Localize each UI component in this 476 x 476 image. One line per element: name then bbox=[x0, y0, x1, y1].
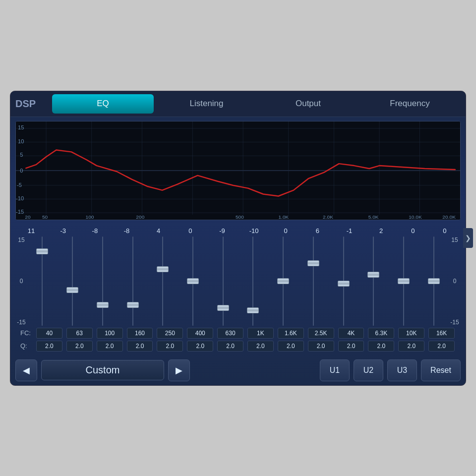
fc-cell-6[interactable]: 400 bbox=[187, 328, 213, 339]
fc-cell-14[interactable]: 16K bbox=[428, 328, 455, 339]
fc-row: FC: 40631001602504006301K1.6K2.5K4K6.3K1… bbox=[20, 328, 456, 339]
fader-value-4: -8 bbox=[111, 227, 142, 235]
fader-value-2: -3 bbox=[47, 227, 79, 235]
fader-thumb-8[interactable] bbox=[247, 307, 259, 313]
fc-cell-7[interactable]: 630 bbox=[217, 328, 243, 339]
fader-channel-11 bbox=[328, 237, 358, 326]
svg-text:15: 15 bbox=[18, 124, 24, 130]
tab-output[interactable]: Output bbox=[257, 91, 359, 117]
fader-thumb-1[interactable] bbox=[36, 248, 48, 254]
fader-value-7: -9 bbox=[206, 227, 238, 235]
fc-cell-3[interactable]: 100 bbox=[97, 328, 123, 339]
fader-thumb-9[interactable] bbox=[277, 278, 289, 284]
fader-value-1: 11 bbox=[15, 227, 47, 235]
fader-channel-8 bbox=[238, 237, 268, 326]
fader-value-6: 0 bbox=[175, 227, 206, 235]
q-cell-10[interactable]: 2.0 bbox=[308, 341, 334, 352]
q-cell-13[interactable]: 2.0 bbox=[398, 341, 424, 352]
scale-top-left: 15 bbox=[16, 237, 26, 243]
fc-cell-9[interactable]: 1.6K bbox=[278, 328, 304, 339]
fader-thumb-7[interactable] bbox=[217, 305, 229, 311]
fc-cell-13[interactable]: 10K bbox=[398, 328, 424, 339]
fader-value-12: 2 bbox=[365, 227, 397, 235]
q-cell-6[interactable]: 2.0 bbox=[187, 341, 213, 352]
svg-text:1.0K: 1.0K bbox=[278, 214, 289, 220]
dsp-wrapper: DSP EQ Listening Output Frequency bbox=[10, 91, 466, 386]
q-cell-7[interactable]: 2.0 bbox=[217, 341, 243, 352]
fader-thumb-5[interactable] bbox=[157, 266, 169, 272]
fader-thumb-14[interactable] bbox=[428, 278, 440, 284]
tab-listening[interactable]: Listening bbox=[156, 91, 257, 117]
fader-thumb-3[interactable] bbox=[97, 302, 109, 308]
fader-track-7[interactable] bbox=[223, 237, 224, 326]
u1-button[interactable]: U1 bbox=[320, 359, 350, 381]
fc-cell-10[interactable]: 2.5K bbox=[308, 328, 334, 339]
fader-track-9[interactable] bbox=[283, 237, 284, 326]
fader-track-1[interactable] bbox=[42, 237, 43, 326]
fc-cell-11[interactable]: 4K bbox=[338, 328, 364, 339]
q-cell-1[interactable]: 2.0 bbox=[36, 341, 62, 352]
fader-thumb-4[interactable] bbox=[127, 302, 139, 308]
tab-bar: DSP EQ Listening Output Frequency bbox=[10, 91, 466, 117]
fader-track-13[interactable] bbox=[403, 237, 404, 326]
next-button[interactable]: ▶ bbox=[168, 359, 190, 381]
scale-mid-left: 0 bbox=[16, 278, 26, 285]
fc-cell-4[interactable]: 160 bbox=[127, 328, 153, 339]
q-cell-4[interactable]: 2.0 bbox=[127, 341, 153, 352]
fader-thumb-11[interactable] bbox=[338, 281, 350, 287]
fader-thumb-2[interactable] bbox=[66, 287, 78, 293]
fader-channel-5 bbox=[148, 237, 178, 326]
svg-text:200: 200 bbox=[136, 214, 144, 220]
fader-track-3[interactable] bbox=[102, 237, 103, 326]
fader-track-2[interactable] bbox=[72, 237, 73, 326]
reset-button[interactable]: Reset bbox=[421, 359, 461, 381]
q-cell-12[interactable]: 2.0 bbox=[368, 341, 394, 352]
fader-channel-2 bbox=[58, 237, 88, 326]
fader-track-6[interactable] bbox=[192, 237, 193, 326]
prev-button[interactable]: ◀ bbox=[15, 359, 37, 381]
svg-text:20.0K: 20.0K bbox=[442, 214, 456, 220]
fc-cell-1[interactable]: 40 bbox=[36, 328, 62, 339]
dsp-logo: DSP bbox=[15, 98, 40, 110]
app-background: DSP EQ Listening Output Frequency bbox=[0, 0, 476, 476]
u3-button[interactable]: U3 bbox=[387, 359, 417, 381]
fader-channel-1 bbox=[27, 237, 58, 326]
fc-cell-8[interactable]: 1K bbox=[247, 328, 274, 339]
tab-frequency[interactable]: Frequency bbox=[359, 91, 461, 117]
fader-track-12[interactable] bbox=[373, 237, 374, 326]
fader-track-4[interactable] bbox=[132, 237, 133, 326]
fader-thumb-12[interactable] bbox=[367, 272, 379, 278]
q-cell-3[interactable]: 2.0 bbox=[97, 341, 123, 352]
fader-thumb-13[interactable] bbox=[398, 278, 410, 284]
sidebar-arrow[interactable]: ❯ bbox=[463, 228, 473, 248]
fader-track-10[interactable] bbox=[313, 237, 314, 326]
svg-text:10.0K: 10.0K bbox=[409, 214, 422, 220]
u2-button[interactable]: U2 bbox=[354, 359, 383, 381]
svg-text:-10: -10 bbox=[16, 195, 24, 201]
svg-text:10: 10 bbox=[18, 138, 24, 144]
q-cell-9[interactable]: 2.0 bbox=[278, 341, 304, 352]
fader-values-row: 11-3-8-840-9-1006-1200 bbox=[15, 226, 461, 237]
fader-track-5[interactable] bbox=[162, 237, 163, 326]
fader-value-3: -8 bbox=[79, 227, 111, 235]
fader-track-14[interactable] bbox=[433, 237, 434, 326]
fc-cell-2[interactable]: 63 bbox=[66, 328, 93, 339]
fader-scale-right: 15 0 -15 bbox=[449, 237, 461, 326]
q-cell-11[interactable]: 2.0 bbox=[338, 341, 364, 352]
q-cell-2[interactable]: 2.0 bbox=[66, 341, 93, 352]
fader-track-8[interactable] bbox=[252, 237, 253, 326]
tab-eq[interactable]: EQ bbox=[52, 94, 154, 114]
fc-cell-5[interactable]: 250 bbox=[157, 328, 183, 339]
eq-graph: 15 10 5 0 -5 -10 -15 20 50 100 200 500 1… bbox=[15, 121, 461, 220]
q-row: Q: 2.02.02.02.02.02.02.02.02.02.02.02.02… bbox=[20, 341, 456, 352]
fader-thumb-6[interactable] bbox=[187, 278, 199, 284]
preset-name[interactable]: Custom bbox=[41, 360, 164, 380]
q-cell-8[interactable]: 2.0 bbox=[247, 341, 274, 352]
fc-cell-12[interactable]: 6.3K bbox=[368, 328, 394, 339]
svg-text:0: 0 bbox=[20, 168, 23, 174]
fader-track-11[interactable] bbox=[343, 237, 344, 326]
q-cell-14[interactable]: 2.0 bbox=[428, 341, 455, 352]
svg-text:50: 50 bbox=[42, 214, 48, 220]
q-cell-5[interactable]: 2.0 bbox=[157, 341, 183, 352]
fader-thumb-10[interactable] bbox=[307, 260, 319, 266]
